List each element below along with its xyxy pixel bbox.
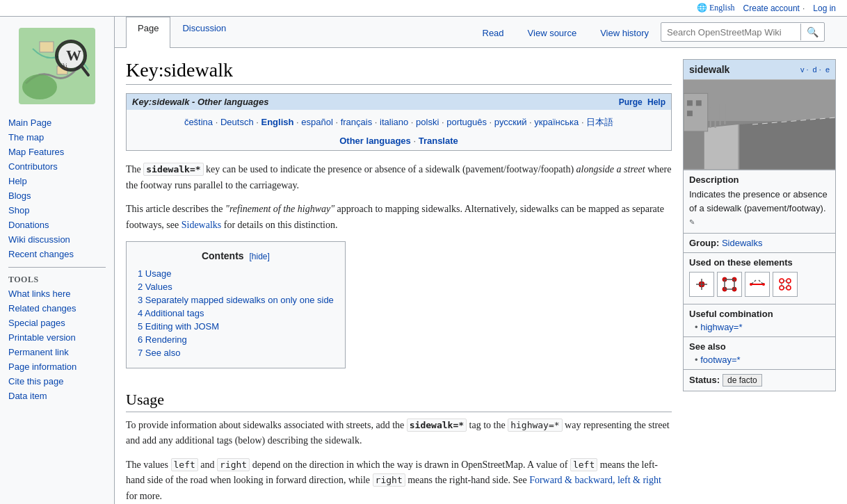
sidebar-item-donations[interactable]: Donations [0, 218, 114, 232]
toc-link-3[interactable]: 3 Separately mapped sidewalks on only on… [138, 295, 334, 305]
sidebar-item-wiki-discussion[interactable]: Wiki discussion [0, 232, 114, 247]
lang-link-italiano[interactable]: italiano [380, 117, 408, 127]
sidewalks-link[interactable]: Sidewalks [182, 220, 222, 230]
toc-link-1[interactable]: 1 Usage [138, 268, 171, 279]
tools-item-cite-this-page[interactable]: Cite this page [0, 374, 114, 389]
svg-rect-19 [715, 106, 716, 128]
lang-link-українська[interactable]: українська [534, 117, 579, 127]
usage-paragraph-1: To provide information about sidewalks a… [126, 418, 672, 449]
help-link[interactable]: Help [647, 97, 666, 107]
tools-title: Tools [0, 272, 114, 286]
sidebar-item-recent-changes[interactable]: Recent changes [0, 247, 114, 261]
translate-link[interactable]: Translate [419, 136, 458, 146]
tools-item-special-pages[interactable]: Special pages [0, 316, 114, 330]
purge-link[interactable]: Purge [619, 97, 643, 107]
tools-item-what-links-here[interactable]: What links here [0, 286, 114, 301]
lang-link-português[interactable]: português [446, 117, 487, 127]
tools-item-permanent-link[interactable]: Permanent link [0, 345, 114, 359]
vde-d-link[interactable]: d [813, 65, 817, 74]
tab-view-history[interactable]: View history [588, 22, 661, 44]
lang-link-français[interactable]: français [341, 117, 373, 127]
svg-rect-18 [710, 107, 711, 128]
lang-actions: Purge Help [616, 97, 666, 107]
sidebar: W iki Main PageThe mapMap FeaturesContri… [0, 17, 115, 504]
sidebar-item-blogs[interactable]: Blogs [0, 188, 114, 203]
toc-item: 6 Rendering [138, 333, 334, 346]
language-selector[interactable]: 🌐 English [697, 3, 735, 13]
sidebar-item-main-page[interactable]: Main Page [0, 115, 114, 130]
see-also-link[interactable]: footway=* [700, 355, 740, 365]
tab-page[interactable]: Page [126, 17, 170, 48]
toc-link-6[interactable]: 6 Rendering [138, 334, 187, 345]
right-tag-2: right [373, 473, 405, 487]
tab-read[interactable]: Read [471, 22, 516, 44]
toc-hide-link[interactable]: [hide] [250, 252, 270, 261]
tools-item-related-changes[interactable]: Related changes [0, 301, 114, 316]
svg-text:W: W [66, 47, 81, 64]
svg-point-43 [780, 286, 784, 290]
language-icon: 🌐 [697, 3, 707, 13]
lang-link-Deutsch[interactable]: Deutsch [220, 117, 254, 127]
tab-view-source[interactable]: View source [516, 22, 589, 44]
tools-item-printable-version[interactable]: Printable version [0, 330, 114, 345]
logo-image: W iki [19, 28, 95, 104]
toc-link-5[interactable]: 5 Editing with JOSM [138, 321, 219, 332]
vde-v-link[interactable]: v [800, 65, 805, 74]
infobox-description-section: Description Indicates the presence or ab… [684, 170, 835, 233]
combo-link[interactable]: highway=* [700, 322, 742, 332]
lang-link-español[interactable]: español [301, 117, 333, 127]
svg-marker-11 [704, 124, 739, 169]
other-languages-link[interactable]: Other languages [339, 136, 411, 146]
lang-link-čeština[interactable]: čeština [184, 117, 213, 127]
sidebar-tools-section: Tools What links hereRelated changesSpec… [0, 272, 114, 403]
infobox-description-title: Description [689, 174, 830, 185]
toc-link-2[interactable]: 2 Values [138, 282, 172, 292]
article: Key:sidewalk Key:sidewalk - Other langua… [126, 59, 672, 504]
infobox-title-row: sidewalk v · d · e [684, 60, 835, 79]
sidebar-item-map-features[interactable]: Map Features [0, 145, 114, 159]
infobox-group-label: Group: [689, 238, 719, 248]
element-icons [689, 272, 830, 297]
lang-box-header: Key:sidewalk - Other languages Purge Hel… [127, 94, 671, 110]
tools-item-page-information[interactable]: Page information [0, 359, 114, 374]
svg-rect-16 [696, 100, 702, 106]
sidebar-item-help[interactable]: Help [0, 174, 114, 188]
vde-e-link[interactable]: e [825, 65, 830, 74]
lang-link-日本語[interactable]: 日本語 [586, 117, 613, 127]
combo-item: highway=* [695, 322, 830, 332]
sidebar-nav-section: Main PageThe mapMap FeaturesContributors… [0, 115, 114, 261]
sidebar-nav-items: Main PageThe mapMap FeaturesContributors… [0, 115, 114, 261]
sidebar-item-the-map[interactable]: The map [0, 130, 114, 145]
tools-item-data-item[interactable]: Data item [0, 389, 114, 403]
svg-rect-20 [720, 104, 721, 125]
sidebar-item-contributors[interactable]: Contributors [0, 159, 114, 174]
see-also-item: footway=* [695, 355, 830, 365]
lang-link-polski[interactable]: polski [416, 117, 439, 127]
tab-discussion[interactable]: Discussion [170, 17, 238, 48]
edit-icon[interactable]: ✎ [689, 218, 695, 226]
search-input[interactable] [661, 24, 800, 40]
lang-box-title: Key:sidewalk - Other languages [132, 97, 269, 107]
forward-backward-link[interactable]: Forward & backward, left & right [529, 475, 661, 485]
sidebar-item-shop[interactable]: Shop [0, 203, 114, 218]
search-button[interactable]: 🔍 [800, 24, 824, 40]
log-in-link[interactable]: Log in [813, 3, 836, 13]
svg-point-42 [786, 279, 791, 283]
toc-link-7[interactable]: 7 See also [138, 348, 180, 358]
toc-link-4[interactable]: 4 Additional tags [138, 308, 204, 318]
lang-link-русский[interactable]: русский [494, 117, 527, 127]
element-icon-node [689, 272, 714, 297]
sidewalk-tag-2: sidewalk=* [407, 418, 467, 432]
infobox: sidewalk v · d · e [683, 59, 836, 391]
infobox-group-link[interactable]: Sidewalks [722, 238, 763, 248]
logo-area[interactable]: W iki [0, 22, 114, 110]
usage-paragraph-2: The values left and right depend on the … [126, 457, 672, 504]
svg-rect-21 [724, 104, 725, 124]
infobox-see-also-title: See also [689, 341, 830, 352]
element-icon-relation [773, 272, 798, 297]
infobox-status-row: Status: de facto [689, 374, 830, 387]
toc-item: 4 Additional tags [138, 307, 334, 320]
lang-link-English[interactable]: English [261, 117, 293, 127]
separator: · [802, 3, 805, 13]
create-account-link[interactable]: Create account [743, 3, 800, 13]
